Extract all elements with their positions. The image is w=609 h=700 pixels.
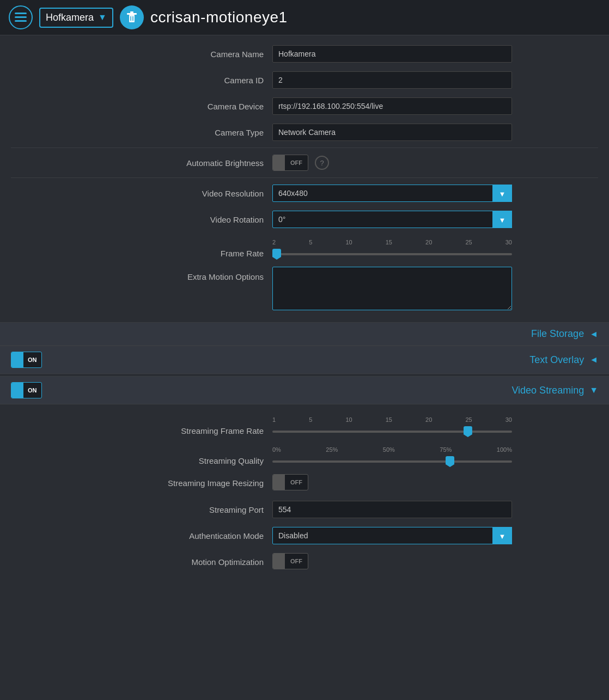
video-resolution-control: 640x480 1280x720 1920x1080 <box>272 185 512 202</box>
motion-optimization-toggle-label: OFF <box>285 558 308 564</box>
video-streaming-section-header: ON Video Streaming ▼ <box>0 376 609 404</box>
auto-brightness-toggle[interactable]: OFF <box>272 155 308 171</box>
video-streaming-header-right[interactable]: Video Streaming ▼ <box>511 385 598 396</box>
video-streaming-toggle[interactable]: ON <box>11 382 42 398</box>
streaming-port-control <box>272 501 512 518</box>
svg-rect-2 <box>15 20 27 22</box>
streaming-quality-slider-container: 0% 25% 50% 75% 100% <box>272 446 512 465</box>
motion-optimization-toggle[interactable]: OFF <box>272 553 308 569</box>
divider-1 <box>11 148 598 148</box>
text-overlay-section-header: ON Text Overlay ◄ <box>0 346 609 374</box>
text-overlay-title: Text Overlay <box>529 354 584 366</box>
motion-optimization-row: Motion Optimization OFF <box>11 549 598 575</box>
camera-id-label: Camera ID <box>11 76 272 85</box>
camera-id-row: Camera ID <box>11 67 598 93</box>
motion-optimization-label: Motion Optimization <box>11 557 272 567</box>
streaming-image-resizing-toggle-label: OFF <box>285 479 308 486</box>
streaming-image-resizing-label: Streaming Image Resizing <box>11 478 272 488</box>
video-rotation-control: 0° 90° 180° 270° <box>272 211 512 228</box>
streaming-framerate-slider-container: 1 5 10 15 20 25 30 <box>272 416 512 435</box>
camera-name-control <box>272 45 512 63</box>
streaming-quality-tick-labels: 0% 25% 50% 75% 100% <box>272 446 512 453</box>
streaming-framerate-slider-wrapper <box>272 425 512 435</box>
divider-2 <box>11 177 598 178</box>
streaming-framerate-row: Streaming Frame Rate 1 5 10 15 20 25 30 <box>11 410 598 440</box>
brightness-help-icon[interactable]: ? <box>315 156 329 170</box>
auto-brightness-toggle-label: OFF <box>285 159 308 166</box>
auto-brightness-label: Automatic Brightness <box>11 158 272 168</box>
menu-lines-icon[interactable] <box>9 5 33 29</box>
streaming-image-resizing-row: Streaming Image Resizing OFF <box>11 470 598 496</box>
camera-dropdown-label: Hofkamera <box>46 12 94 23</box>
camera-select-dropdown[interactable]: Hofkamera ▼ <box>39 8 113 28</box>
frame-rate-row: Frame Rate 2 5 10 15 20 25 30 <box>11 232 598 262</box>
extra-motion-label: Extra Motion Options <box>11 267 272 281</box>
video-rotation-select[interactable]: 0° 90° 180° 270° <box>272 211 512 228</box>
delete-camera-button[interactable] <box>120 5 144 29</box>
video-rotation-label: Video Rotation <box>11 215 272 224</box>
frame-rate-tick-labels: 2 5 10 15 20 25 30 <box>272 239 512 245</box>
auth-mode-select[interactable]: Disabled Basic Digest <box>272 527 512 544</box>
svg-rect-1 <box>15 16 27 18</box>
streaming-port-input[interactable] <box>272 501 512 518</box>
file-storage-arrow-icon: ◄ <box>589 329 598 339</box>
auth-mode-control: Disabled Basic Digest <box>272 527 512 544</box>
streaming-framerate-label: Streaming Frame Rate <box>11 416 272 435</box>
camera-id-input[interactable] <box>272 71 512 89</box>
file-storage-section-header[interactable]: File Storage ◄ <box>0 322 609 346</box>
svg-rect-5 <box>130 11 133 13</box>
video-streaming-form-section: Streaming Frame Rate 1 5 10 15 20 25 30 … <box>0 404 609 581</box>
motion-optimization-control: OFF <box>272 553 512 571</box>
camera-device-input[interactable] <box>272 97 512 115</box>
svg-rect-3 <box>129 15 135 22</box>
auto-brightness-row: Automatic Brightness OFF ? <box>11 150 598 175</box>
camera-type-input[interactable] <box>272 124 512 141</box>
auth-mode-label: Authentication Mode <box>11 531 272 541</box>
camera-type-label: Camera Type <box>11 128 272 137</box>
extra-motion-control <box>272 267 512 312</box>
frame-rate-slider[interactable] <box>272 253 512 255</box>
video-streaming-arrow-icon: ▼ <box>589 385 598 395</box>
streaming-port-label: Streaming Port <box>11 505 272 514</box>
frame-rate-slider-container: 2 5 10 15 20 25 30 <box>272 239 512 257</box>
auto-brightness-control: OFF ? <box>272 155 512 171</box>
streaming-image-resizing-control: OFF <box>272 474 512 492</box>
extra-motion-row: Extra Motion Options <box>11 262 598 317</box>
video-resolution-row: Video Resolution 640x480 1280x720 1920x1… <box>11 180 598 206</box>
streaming-image-resizing-toggle[interactable]: OFF <box>272 474 308 490</box>
frame-rate-label: Frame Rate <box>11 239 272 258</box>
file-storage-title: File Storage <box>531 328 584 340</box>
streaming-framerate-tick-labels: 1 5 10 15 20 25 30 <box>272 416 512 423</box>
dropdown-arrow-icon: ▼ <box>98 13 107 22</box>
camera-type-control <box>272 124 512 141</box>
camera-device-control <box>272 97 512 115</box>
extra-motion-textarea[interactable] <box>272 267 512 310</box>
camera-device-row: Camera Device <box>11 93 598 119</box>
frame-rate-control: 2 5 10 15 20 25 30 <box>272 239 512 257</box>
auth-mode-row: Authentication Mode Disabled Basic Diges… <box>11 523 598 549</box>
text-overlay-toggle-label: ON <box>23 357 41 363</box>
video-resolution-select[interactable]: 640x480 1280x720 1920x1080 <box>272 185 512 202</box>
streaming-quality-row: Streaming Quality 0% 25% 50% 75% 100% <box>11 440 598 470</box>
svg-rect-0 <box>15 13 27 14</box>
server-title: ccrisan-motioneye1 <box>150 9 288 26</box>
streaming-quality-slider[interactable] <box>272 460 512 463</box>
camera-name-label: Camera Name <box>11 50 272 59</box>
video-streaming-title: Video Streaming <box>511 385 584 396</box>
header: Hofkamera ▼ ccrisan-motioneye1 <box>0 0 609 35</box>
camera-settings-section: Camera Name Camera ID Camera Device Came… <box>0 35 609 322</box>
streaming-framerate-slider[interactable] <box>272 431 512 433</box>
streaming-framerate-control: 1 5 10 15 20 25 30 <box>272 416 512 435</box>
streaming-port-row: Streaming Port <box>11 496 598 523</box>
streaming-quality-control: 0% 25% 50% 75% 100% <box>272 446 512 465</box>
text-overlay-arrow-icon: ◄ <box>589 355 598 365</box>
camera-device-label: Camera Device <box>11 102 272 111</box>
camera-name-input[interactable] <box>272 45 512 63</box>
camera-id-control <box>272 71 512 89</box>
text-overlay-toggle[interactable]: ON <box>11 352 42 368</box>
streaming-quality-label: Streaming Quality <box>11 446 272 465</box>
camera-type-row: Camera Type <box>11 119 598 145</box>
video-rotation-row: Video Rotation 0° 90° 180° 270° <box>11 206 598 232</box>
svg-rect-4 <box>127 13 137 15</box>
text-overlay-header-right[interactable]: Text Overlay ◄ <box>529 354 598 366</box>
